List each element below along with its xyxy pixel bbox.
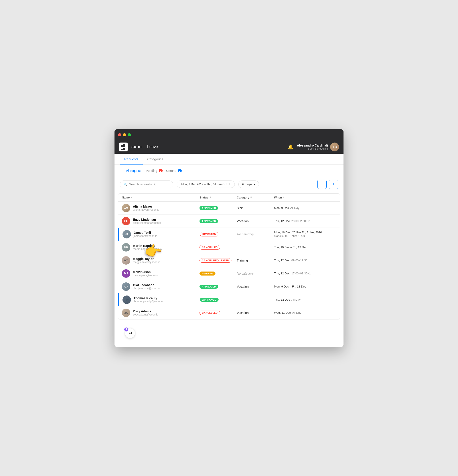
tab-categories[interactable]: Categories — [143, 154, 168, 164]
user-meta: Martin Baptista martin.baptista@soon.io — [133, 244, 162, 251]
user-email-cell: zoey.adams@soon.io — [133, 313, 158, 316]
category-cell: Vacation — [237, 219, 274, 223]
user-text: Alessandro Cardinali Soon Scheduling — [297, 144, 328, 150]
date-range-button[interactable]: Mon, 9 Dec 2019 – Thu, 31 Jan CEST — [177, 180, 235, 188]
when-extra: All Day — [290, 206, 299, 210]
th-status[interactable]: Status ⇅ — [200, 196, 237, 199]
unread-badge: 2 — [178, 169, 182, 172]
when-cell: Thu, 12 Dec 09:00–17:30 — [274, 259, 336, 262]
add-button[interactable]: + — [329, 180, 338, 189]
th-name[interactable]: Name ▲ — [122, 196, 200, 199]
row-avatar: MB — [122, 243, 130, 252]
when-date: Wed, 11 Dec — [274, 311, 291, 314]
row-avatar: ZA — [122, 309, 130, 317]
user-cell: OJ Olaf Jacobson olaf.jacobson@soon.io — [122, 282, 200, 291]
when-cell: Mon, 16 Dec, 2019 – Fri, 3 Jan, 2020 sta… — [274, 231, 336, 238]
th-category[interactable]: Category ⇅ — [237, 196, 274, 199]
user-name-cell: Enzo Lindeman — [133, 218, 162, 221]
when-cell: Mon, 9 Dec – Fri, 13 Dec — [274, 285, 336, 288]
status-cell: CANCELLED — [200, 311, 237, 315]
table-row[interactable]: MB Martin Baptista martin.baptista@soon.… — [118, 241, 340, 254]
when-date: Thu, 12 Dec — [274, 219, 290, 223]
table-row[interactable]: ZA Zoey Adams zoey.adams@soon.io CANCELL… — [118, 306, 340, 319]
table-row[interactable]: JT James Torff james.torff@soon.io REJEC… — [118, 228, 340, 241]
table-header: Name ▲ Status ⇅ Category ⇅ When ⇅ — [118, 194, 340, 202]
main-tab-nav: Requests Categories — [115, 154, 343, 164]
user-name-cell: James Torff — [133, 231, 157, 234]
user-meta: James Torff james.torff@soon.io — [133, 231, 157, 238]
tab-requests[interactable]: Requests — [120, 154, 143, 164]
requests-table: Name ▲ Status ⇅ Category ⇅ When ⇅ — [118, 193, 340, 320]
subtab-pending[interactable]: Pending 2 — [145, 167, 164, 175]
subtab-all-requests[interactable]: All requests — [125, 167, 143, 175]
content-area: Requests Categories All requests Pending… — [115, 154, 343, 347]
th-when-label: When — [274, 196, 282, 199]
table-row[interactable]: OJ Olaf Jacobson olaf.jacobson@soon.io A… — [118, 280, 340, 293]
status-cell: CANCELLED — [200, 245, 237, 250]
app-window: soon Leave 🔔 Alessandro Cardinali Soon S… — [115, 129, 343, 347]
when-date: Thu, 12 Dec — [274, 298, 290, 301]
user-email-cell: thomas.picauly@soon.io — [133, 300, 163, 303]
table-row[interactable]: MT Maggie Taylor maggie.taylor@soon.io C… — [118, 254, 340, 267]
when-cell: Thu, 12 Dec 17:00–01:30+1 — [274, 272, 336, 275]
search-input[interactable] — [129, 182, 169, 186]
titlebar — [115, 129, 343, 140]
user-email-cell: alisha.mayer@soon.io — [133, 208, 159, 211]
fullscreen-button[interactable] — [128, 133, 131, 136]
when-extra: 09:00–17:30 — [291, 259, 307, 262]
user-name-cell: Olaf Jacobson — [133, 283, 160, 287]
user-meta: Enzo Lindeman enzo.lindeman@soon.io — [133, 218, 162, 224]
traffic-lights — [118, 133, 131, 136]
subtab-unread[interactable]: Unread 2 — [165, 167, 183, 175]
table-row[interactable]: MJ Melvin Json melvin.json@soon.io PENDI… — [118, 267, 340, 280]
row-avatar: EL — [122, 217, 130, 225]
category-cell: Training — [237, 259, 274, 262]
category-cell: No category — [237, 272, 274, 275]
download-icon: ↓ — [321, 182, 323, 187]
when-extra: 23:00–23:00+1 — [291, 219, 311, 223]
th-when[interactable]: When ⇅ — [274, 196, 336, 199]
close-button[interactable] — [118, 133, 121, 136]
user-name: Alessandro Cardinali — [297, 144, 328, 147]
user-company: Soon Scheduling — [297, 147, 328, 150]
when-cell: Mon, 9 Dec All Day — [274, 206, 336, 210]
subtab-all-label: All requests — [126, 169, 142, 172]
sort-name-icon: ▲ — [131, 196, 133, 199]
th-name-label: Name — [122, 196, 130, 199]
groups-button[interactable]: Groups ▾ — [238, 180, 259, 188]
notification-icon: ✉ — [128, 331, 132, 336]
user-meta: Maggie Taylor maggie.taylor@soon.io — [133, 257, 160, 264]
category-cell: Sick — [237, 206, 274, 210]
row-avatar: MT — [122, 256, 130, 265]
avatar-image: JT — [123, 230, 131, 238]
minimize-button[interactable] — [123, 133, 126, 136]
notifications-icon[interactable]: 🔔 — [288, 144, 293, 150]
bottom-area: ✉ 4 — [115, 323, 343, 347]
avatar: AC — [330, 143, 339, 151]
notification-fab[interactable]: ✉ 4 — [125, 328, 135, 338]
brand-name: soon — [131, 144, 142, 149]
download-button[interactable]: ↓ — [317, 180, 327, 189]
status-badge: REJECTED — [200, 232, 218, 237]
search-icon: 🔍 — [124, 182, 127, 186]
when-extra: All Day — [291, 298, 300, 301]
when-cell: Wed, 11 Dec All Day — [274, 311, 336, 314]
user-name-cell: Zoey Adams — [133, 309, 158, 313]
status-cell: REJECTED — [200, 232, 237, 237]
avatar-image: TP — [123, 296, 131, 304]
user-cell: MT Maggie Taylor maggie.taylor@soon.io — [122, 256, 200, 265]
user-cell: ZA Zoey Adams zoey.adams@soon.io — [122, 309, 200, 317]
status-badge: CANCELLED — [200, 245, 220, 250]
row-avatar: JT — [123, 230, 131, 238]
user-name-cell: Alisha Mayer — [133, 205, 159, 208]
user-meta: Alisha Mayer alisha.mayer@soon.io — [133, 205, 159, 211]
table-row[interactable]: AM Alisha Mayer alisha.mayer@soon.io APP… — [118, 202, 340, 215]
status-cell: APPROVED — [200, 206, 237, 210]
page-title: Leave — [147, 144, 158, 149]
row-avatar: TP — [123, 296, 131, 304]
table-row[interactable]: EL Enzo Lindeman enzo.lindeman@soon.io A… — [118, 215, 340, 228]
search-box[interactable]: 🔍 — [120, 180, 173, 188]
table-row[interactable]: TP Thomas Picauly thomas.picauly@soon.io… — [118, 293, 340, 306]
user-email-cell: martin.baptista@soon.io — [133, 247, 162, 251]
status-badge: APPROVED — [200, 285, 218, 289]
